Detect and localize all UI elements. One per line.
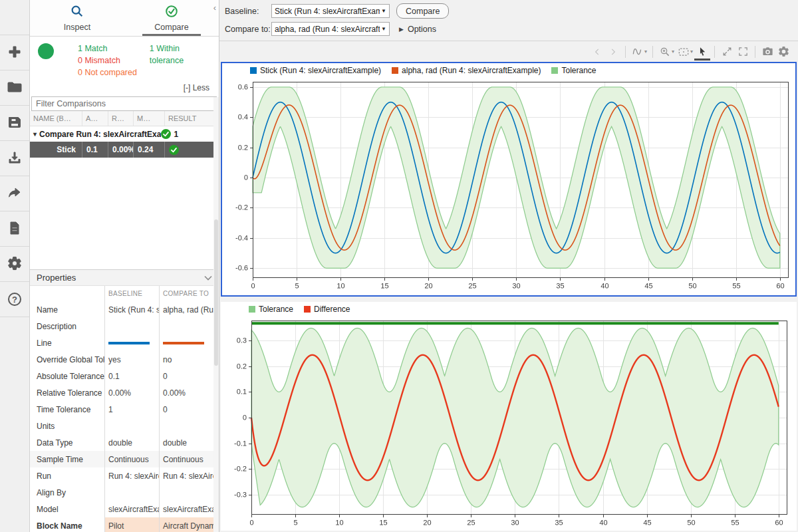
difference-chart[interactable] [222,317,793,531]
property-value-compare_to[interactable] [159,484,219,501]
save-button[interactable] [0,106,29,141]
signal-trace-button[interactable] [630,44,646,60]
expand-button[interactable] [719,44,735,60]
compare-to-select[interactable]: alpha, rad (Run 4: slexAircraftExa ▼ [271,22,390,36]
comparison-chart-card: Stick (Run 4: slexAircraftExample)alpha,… [221,62,797,297]
property-value-baseline[interactable]: 1 [104,401,159,418]
col-result[interactable]: RESULT [164,111,219,126]
expander-icon[interactable]: ▾ [33,130,37,138]
export-button[interactable] [0,176,29,211]
property-value-baseline[interactable] [104,334,159,351]
fullscreen-button[interactable] [735,44,751,60]
property-value-compare_to[interactable]: 0 [159,401,219,418]
report-button[interactable] [0,211,29,247]
plot-settings-button[interactable] [775,44,791,60]
dropdown-caret-icon[interactable]: ▾ [672,49,674,55]
property-value-compare_to[interactable] [159,334,219,351]
property-value-baseline[interactable]: 0.1 [104,368,159,384]
legend-item: Tolerance [551,66,596,75]
fit-to-view-button[interactable] [676,44,692,60]
property-value-baseline[interactable]: 0.00% [104,384,159,401]
new-button[interactable] [0,35,29,70]
property-label: Time Tolerance [30,401,104,418]
legend-item: Difference [304,305,350,314]
property-value-compare_to[interactable]: Run 4: slexAirc [159,467,219,484]
property-value-compare_to[interactable]: double [159,434,219,451]
property-value-baseline[interactable]: Stick (Run 4: sl [104,301,159,318]
comparison-group-row[interactable]: ▾ Compare Run 4: slexAircraftExa 1 [30,126,219,142]
filter-comparisons-input[interactable] [31,96,217,111]
options-toggle[interactable]: ▶ Options [399,25,436,34]
comparison-chart[interactable] [223,78,794,294]
nav-back-button[interactable] [589,44,605,60]
zoom-in-button[interactable] [657,44,673,60]
collapse-panel-icon[interactable]: ‹ [213,3,216,13]
help-button[interactable]: ? [0,282,29,317]
property-value-compare_to[interactable]: 0 [159,368,219,384]
panel-tabs: Inspect Compare [30,0,219,37]
property-value-compare_to[interactable]: Aircraft Dynam [159,517,219,532]
property-value-baseline[interactable]: yes [104,351,159,368]
property-value-baseline[interactable]: double [104,434,159,451]
within-tolerance-count: 1 Within tolerance [150,43,213,66]
nav-forward-button[interactable] [605,44,621,60]
document-icon [7,220,23,238]
properties-header[interactable]: Properties [30,269,219,286]
table-row-stick[interactable]: Stick 0.1 0.00% 0.24 [30,142,219,158]
property-label: Sample Time [30,451,104,467]
scrollbar-thumb[interactable] [214,219,218,366]
difference-chart-card: ToleranceDifference [221,302,797,531]
baseline-select[interactable]: Stick (Run 4: slexAircraftExample) ▼ [271,4,390,18]
legend-swatch [304,306,311,313]
compare-to-label: Compare to: [225,25,271,34]
open-button[interactable] [0,70,29,106]
property-value-baseline[interactable]: slexAircraftExa [104,501,159,517]
col-max-difference[interactable]: M… [133,111,164,126]
col-abs-tolerance[interactable]: A… [82,111,108,126]
dropdown-caret-icon[interactable]: ▾ [690,49,693,55]
property-value-compare_to[interactable] [159,418,219,434]
compare-button[interactable]: Compare [396,3,449,19]
property-value-compare_to[interactable]: 0.00% [159,384,219,401]
plot-toolbar: ▾ ▾ ▾ [219,41,798,62]
panel-scrollbar[interactable] [213,97,219,532]
baseline-select-value: Stick (Run 4: slexAircraftExample) [275,7,380,16]
property-value-baseline[interactable] [104,484,159,501]
match-count: 1 Match [78,43,150,55]
property-value-baseline[interactable] [104,318,159,334]
options-label: Options [408,25,436,34]
empty-area [30,158,219,269]
pointer-tool-button[interactable] [694,43,710,61]
property-value-compare_to[interactable]: no [159,351,219,368]
import-button[interactable] [0,141,29,176]
property-row-name: NameStick (Run 4: slalpha, rad (Run [30,301,219,318]
dropdown-caret-icon[interactable]: ▾ [644,49,647,55]
property-value-baseline[interactable]: Pilot [104,517,159,532]
toolbar-separator [625,46,626,58]
chevron-down-icon[interactable] [204,275,212,281]
less-link[interactable]: [-] Less [184,83,209,92]
property-row-block-name: Block NamePilotAircraft Dynam [30,517,219,532]
property-value-baseline[interactable] [104,418,159,434]
col-rel-tolerance[interactable]: R… [108,111,133,126]
save-icon [7,114,23,132]
tab-compare[interactable]: Compare [124,0,219,36]
property-value-compare_to[interactable] [159,318,219,334]
gear-icon [7,255,23,273]
compare-to-select-value: alpha, rad (Run 4: slexAircraftExa [275,25,380,34]
tab-compare-label: Compare [154,23,188,32]
property-value-compare_to[interactable]: slexAircraftExa [159,501,219,517]
property-value-compare_to[interactable]: alpha, rad (Run [159,301,219,318]
tab-inspect[interactable]: Inspect [30,0,124,36]
property-col-compare-to: COMPARE TO [159,286,219,301]
property-value-baseline[interactable]: Run 4: slexAirc [104,467,159,484]
preferences-button[interactable] [0,247,29,282]
property-value-baseline[interactable]: Continuous [104,451,159,467]
signal-rel-tolerance: 0.00% [108,142,133,158]
dropdown-arrow-icon: ▼ [381,8,386,14]
snapshot-camera-button[interactable] [759,44,775,60]
property-row-sample-time: Sample TimeContinuousContinuous [30,451,219,467]
col-name[interactable]: NAME (B… [30,111,82,126]
property-value-compare_to[interactable]: Continuous [159,451,219,467]
property-row-data-type: Data Typedoubledouble [30,434,219,451]
